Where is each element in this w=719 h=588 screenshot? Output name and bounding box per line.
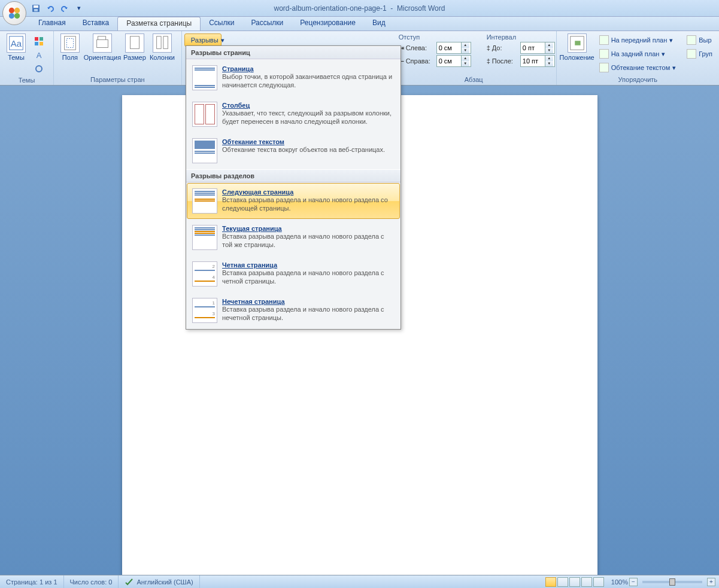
- send-back-button[interactable]: На задний план▾: [595, 47, 681, 60]
- spin-up[interactable]: ▲: [462, 42, 469, 48]
- position-icon: [568, 34, 586, 52]
- break-odd-page[interactable]: 13 Нечетная страницаВставка разрыва разд…: [187, 293, 400, 328]
- view-outline[interactable]: [581, 577, 592, 587]
- column-break-icon: [192, 102, 217, 127]
- indent-left-input[interactable]: ▲▼: [436, 42, 471, 54]
- tab-view[interactable]: Вид: [364, 17, 394, 31]
- redo-button[interactable]: [59, 2, 71, 14]
- undo-icon: [45, 4, 55, 13]
- tab-review[interactable]: Рецензирование: [292, 17, 364, 31]
- page-break-icon: [192, 65, 217, 90]
- indent-right-input[interactable]: ▲▼: [436, 55, 471, 67]
- size-icon: [126, 34, 144, 52]
- even-page-icon: 24: [192, 261, 217, 287]
- spin-down[interactable]: ▼: [462, 48, 469, 53]
- text-wrap-break-icon: [192, 138, 217, 163]
- svg-rect-9: [35, 37, 38, 41]
- zoom-level[interactable]: 100%: [611, 578, 628, 586]
- office-logo-icon: [8, 7, 21, 20]
- group-button[interactable]: Груп: [682, 47, 717, 60]
- theme-colors-button[interactable]: [30, 35, 48, 48]
- svg-rect-6: [34, 9, 38, 11]
- spin-down[interactable]: ▼: [545, 61, 553, 66]
- theme-fonts-button[interactable]: A: [30, 48, 48, 62]
- ribbon-tabs: Главная Вставка Разметка страницы Ссылки…: [0, 17, 719, 31]
- status-page[interactable]: Страница: 1 из 1: [0, 575, 64, 588]
- columns-button[interactable]: Колонки: [148, 32, 176, 62]
- text-wrap-button[interactable]: Обтекание текстом▾: [595, 61, 681, 74]
- view-web-layout[interactable]: [569, 577, 580, 587]
- fonts-icon: A: [34, 50, 44, 60]
- status-language[interactable]: Английский (США): [119, 575, 199, 588]
- size-button[interactable]: Размер: [121, 32, 148, 62]
- window-title: word-album-orientation-one-page-1 - Micr…: [0, 4, 719, 13]
- group-themes: Aa Темы A Темы: [0, 31, 54, 85]
- zoom-slider[interactable]: [642, 581, 702, 583]
- view-print-layout[interactable]: [545, 577, 556, 587]
- group-label: Упорядочить: [559, 75, 717, 85]
- break-column[interactable]: СтолбецУказывает, что текст, следующий з…: [187, 96, 400, 132]
- position-button[interactable]: Положение: [559, 32, 595, 62]
- colors-icon: [34, 36, 44, 46]
- svg-text:A: A: [37, 51, 42, 60]
- bring-front-icon: [599, 35, 609, 45]
- break-page[interactable]: СтраницаВыбор точки, в которой заканчива…: [187, 60, 400, 96]
- svg-point-3: [14, 13, 20, 19]
- group-label: Абзац: [394, 75, 554, 85]
- selection-pane-button[interactable]: Выр: [682, 33, 717, 47]
- break-continuous[interactable]: Текущая страницаВставка разрыва раздела …: [187, 220, 400, 255]
- zoom-thumb[interactable]: [669, 578, 675, 586]
- office-button[interactable]: [2, 1, 26, 25]
- break-text-wrap[interactable]: Обтекание текстомОбтекание текста вокруг…: [187, 133, 400, 169]
- tab-mailings[interactable]: Рассылки: [242, 17, 292, 31]
- quick-access-toolbar: ▾: [30, 2, 85, 14]
- spin-down[interactable]: ▼: [462, 61, 469, 66]
- breaks-button[interactable]: Разрывы▾: [184, 33, 222, 47]
- spin-up[interactable]: ▲: [462, 56, 469, 61]
- zoom-out-button[interactable]: −: [629, 578, 638, 586]
- orientation-icon: [93, 34, 111, 52]
- breaks-dropdown: Разрывы страниц СтраницаВыбор точки, в к…: [186, 45, 401, 330]
- space-before-icon: ‡: [487, 44, 490, 51]
- view-draft[interactable]: [593, 577, 604, 587]
- svg-rect-18: [97, 39, 108, 47]
- break-next-page[interactable]: Следующая страницаВставка разрыва раздел…: [187, 183, 400, 219]
- spin-up[interactable]: ▲: [545, 42, 553, 48]
- space-after-input[interactable]: ▲▼: [520, 55, 555, 67]
- margins-icon: [61, 34, 79, 52]
- tab-page-layout[interactable]: Разметка страницы: [117, 17, 201, 31]
- text-wrap-icon: [599, 63, 609, 72]
- next-page-icon: [192, 188, 217, 214]
- themes-button[interactable]: Aa Темы: [2, 32, 30, 62]
- qat-dropdown[interactable]: ▾: [73, 2, 85, 14]
- theme-effects-button[interactable]: [30, 62, 48, 75]
- tab-references[interactable]: Ссылки: [201, 17, 242, 31]
- space-before-input[interactable]: ▲▼: [520, 42, 555, 54]
- zoom-in-button[interactable]: +: [707, 578, 715, 586]
- space-after-icon: ‡: [487, 57, 490, 65]
- tab-insert[interactable]: Вставка: [74, 17, 118, 31]
- continuous-icon: [192, 225, 217, 250]
- svg-rect-25: [575, 41, 580, 45]
- spin-up[interactable]: ▲: [545, 56, 553, 61]
- dropdown-section-section-breaks: Разрывы разделов: [186, 169, 401, 182]
- break-even-page[interactable]: 24 Четная страницаВставка разрыва раздел…: [187, 256, 400, 292]
- odd-page-icon: 13: [192, 298, 217, 323]
- svg-rect-10: [40, 37, 43, 41]
- space-before-label: До:: [492, 44, 518, 51]
- tab-home[interactable]: Главная: [30, 17, 74, 31]
- margins-button[interactable]: Поля: [56, 32, 84, 62]
- group-arrange: Положение На передний план▾ На задний пл…: [557, 31, 719, 85]
- undo-button[interactable]: [44, 2, 56, 14]
- bring-front-button[interactable]: На передний план▾: [595, 33, 681, 47]
- orientation-button[interactable]: Ориентация: [84, 32, 121, 62]
- svg-rect-19: [130, 36, 139, 49]
- view-full-screen[interactable]: [557, 577, 568, 587]
- group-paragraph: Отступ ⇥ Слева: ▲▼ ⇤ Справа: ▲▼ Интервал…: [392, 31, 557, 85]
- status-word-count[interactable]: Число слов: 0: [64, 575, 119, 588]
- svg-point-1: [14, 8, 20, 13]
- save-button[interactable]: [30, 2, 42, 14]
- spin-down[interactable]: ▼: [545, 48, 553, 53]
- spellcheck-icon: [125, 577, 134, 587]
- space-after-label: После:: [492, 57, 518, 65]
